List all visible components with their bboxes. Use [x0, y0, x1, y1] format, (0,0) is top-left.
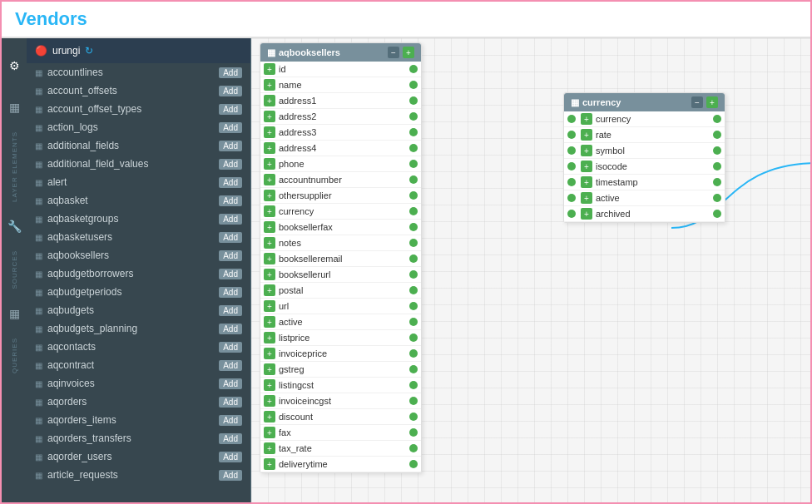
- currency-minimize-btn[interactable]: −: [691, 96, 703, 108]
- row-add-icon[interactable]: +: [264, 253, 275, 264]
- row-handle[interactable]: [409, 302, 418, 310]
- row-handle[interactable]: [409, 160, 418, 168]
- source-add-button[interactable]: Add: [219, 104, 242, 115]
- row-add-icon[interactable]: +: [264, 221, 275, 233]
- source-add-button[interactable]: Add: [219, 177, 242, 188]
- currency-add-btn[interactable]: +: [706, 96, 718, 108]
- row-handle[interactable]: [409, 428, 418, 437]
- source-add-button[interactable]: Add: [219, 305, 242, 316]
- source-add-button[interactable]: Add: [219, 433, 242, 444]
- refresh-icon[interactable]: ↻: [85, 45, 93, 57]
- source-add-button[interactable]: Add: [219, 378, 242, 389]
- row-handle[interactable]: [409, 334, 418, 342]
- source-item[interactable]: ▦ aqbudgetperiods Add: [27, 283, 250, 301]
- source-item[interactable]: ▦ aqorders_items Add: [27, 411, 250, 429]
- source-add-button[interactable]: Add: [219, 324, 242, 334]
- row-handle-left[interactable]: [567, 194, 576, 202]
- row-handle[interactable]: [409, 239, 418, 247]
- canvas[interactable]: ▦ aqbooksellers − + + id + name + addres…: [251, 38, 810, 502]
- row-add-icon[interactable]: +: [264, 237, 275, 249]
- source-add-button[interactable]: Add: [219, 470, 242, 481]
- sidebar-layers-icon[interactable]: ▦: [2, 86, 27, 128]
- source-item[interactable]: ▦ aqinvoices Add: [27, 374, 250, 393]
- row-add-icon[interactable]: +: [581, 192, 592, 204]
- row-add-icon[interactable]: +: [264, 300, 275, 312]
- source-add-button[interactable]: Add: [219, 360, 242, 371]
- source-item[interactable]: ▦ aqbudgets_planning Add: [27, 319, 250, 338]
- source-item[interactable]: ▦ account_offset_types Add: [27, 100, 250, 118]
- source-item[interactable]: ▦ action_logs Add: [27, 118, 250, 136]
- source-item[interactable]: ▦ account_offsets Add: [27, 82, 250, 100]
- source-add-button[interactable]: Add: [219, 232, 242, 243]
- source-add-button[interactable]: Add: [219, 269, 242, 279]
- row-handle[interactable]: [409, 112, 418, 121]
- row-add-icon[interactable]: +: [264, 332, 275, 343]
- source-item[interactable]: ▦ aqcontract Add: [27, 356, 250, 374]
- row-handle[interactable]: [409, 413, 418, 421]
- row-handle[interactable]: [409, 254, 418, 263]
- row-handle[interactable]: [409, 96, 418, 105]
- source-item[interactable]: ▦ accountlines Add: [27, 63, 250, 82]
- row-add-icon[interactable]: +: [264, 142, 275, 154]
- row-handle-left[interactable]: [567, 178, 576, 186]
- row-add-icon[interactable]: +: [264, 269, 275, 280]
- source-item[interactable]: ▦ additional_field_values Add: [27, 155, 250, 173]
- row-handle[interactable]: [713, 210, 721, 218]
- row-add-icon[interactable]: +: [264, 95, 275, 106]
- row-handle[interactable]: [409, 65, 418, 73]
- row-add-icon[interactable]: +: [264, 348, 275, 359]
- row-add-icon[interactable]: +: [264, 126, 275, 138]
- row-handle[interactable]: [409, 191, 418, 200]
- source-item[interactable]: ▦ aqbasketusers Add: [27, 228, 250, 246]
- source-item[interactable]: ▦ alert Add: [27, 173, 250, 191]
- row-handle[interactable]: [409, 444, 418, 452]
- row-handle[interactable]: [409, 128, 418, 136]
- source-item[interactable]: ▦ aqorder_users Add: [27, 447, 250, 466]
- row-add-icon[interactable]: +: [264, 190, 275, 201]
- source-add-button[interactable]: Add: [219, 195, 242, 206]
- row-add-icon[interactable]: +: [264, 395, 275, 407]
- row-handle-left[interactable]: [567, 131, 576, 139]
- row-add-icon[interactable]: +: [264, 379, 275, 391]
- row-add-icon[interactable]: +: [264, 174, 275, 185]
- row-handle[interactable]: [409, 223, 418, 231]
- row-add-icon[interactable]: +: [264, 316, 275, 328]
- source-item[interactable]: ▦ aqbasket Add: [27, 191, 250, 210]
- source-item[interactable]: ▦ aqbudgetborrowers Add: [27, 264, 250, 283]
- source-add-button[interactable]: Add: [219, 159, 242, 170]
- row-handle[interactable]: [409, 381, 418, 389]
- row-add-icon[interactable]: +: [264, 205, 275, 217]
- source-item[interactable]: ▦ aqbasketgroups Add: [27, 210, 250, 228]
- row-handle[interactable]: [409, 365, 418, 373]
- row-add-icon[interactable]: +: [264, 442, 275, 454]
- source-item[interactable]: ▦ article_requests Add: [27, 466, 250, 484]
- source-add-button[interactable]: Add: [219, 287, 242, 298]
- sidebar-gear[interactable]: ⚙: [2, 45, 27, 86]
- row-add-icon[interactable]: +: [264, 427, 275, 438]
- row-handle[interactable]: [409, 144, 418, 152]
- row-handle[interactable]: [409, 318, 418, 326]
- row-handle-left[interactable]: [567, 115, 576, 123]
- row-handle[interactable]: [409, 270, 418, 279]
- source-add-button[interactable]: Add: [219, 250, 242, 261]
- sidebar-queries-icon[interactable]: ▦: [2, 293, 27, 334]
- source-item[interactable]: ▦ aqbudgets Add: [27, 301, 250, 319]
- row-add-icon[interactable]: +: [581, 176, 592, 188]
- row-handle[interactable]: [409, 460, 418, 468]
- row-handle-left[interactable]: [567, 162, 576, 170]
- sidebar-sources-icon[interactable]: 🔧: [2, 205, 27, 247]
- row-handle[interactable]: [409, 397, 418, 405]
- source-add-button[interactable]: Add: [219, 214, 242, 225]
- row-add-icon[interactable]: +: [264, 458, 275, 470]
- row-add-icon[interactable]: +: [264, 63, 275, 75]
- row-handle[interactable]: [409, 81, 418, 89]
- row-add-icon[interactable]: +: [581, 208, 592, 220]
- row-add-icon[interactable]: +: [264, 111, 275, 122]
- row-add-icon[interactable]: +: [264, 411, 275, 422]
- source-add-button[interactable]: Add: [219, 342, 242, 353]
- row-handle-left[interactable]: [567, 146, 576, 155]
- source-item[interactable]: ▦ aqorders Add: [27, 393, 250, 411]
- row-add-icon[interactable]: +: [581, 113, 592, 125]
- row-handle[interactable]: [409, 286, 418, 294]
- row-add-icon[interactable]: +: [581, 161, 592, 172]
